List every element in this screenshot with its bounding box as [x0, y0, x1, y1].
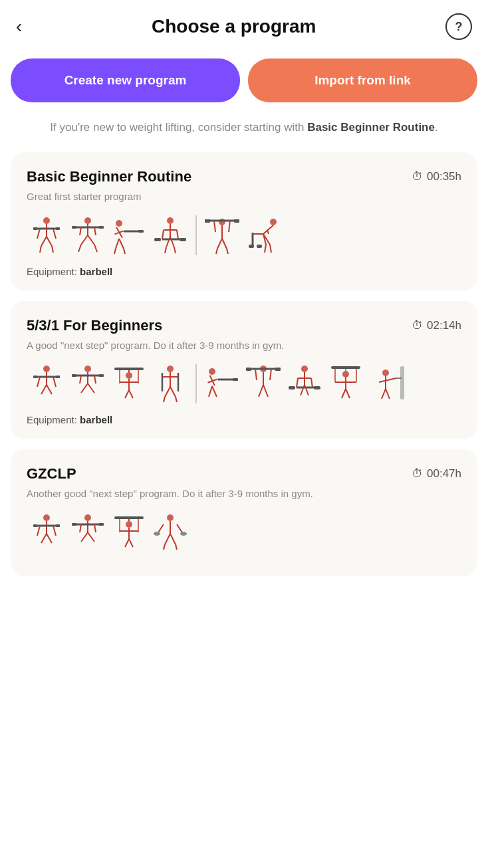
svg-line-150 — [53, 526, 56, 536]
svg-line-149 — [37, 526, 40, 536]
svg-line-135 — [342, 389, 346, 398]
svg-line-152 — [47, 534, 52, 543]
program-card-bbr[interactable]: Basic Beginner Routine ⏱ 00:35h Great fi… — [11, 152, 477, 290]
svg-rect-58 — [249, 245, 254, 248]
svg-line-170 — [129, 539, 133, 547]
card-title-531: 5/3/1 For Beginners — [27, 317, 162, 334]
svg-rect-78 — [99, 374, 104, 377]
card-title-bbr: Basic Beginner Routine — [27, 168, 191, 185]
help-button[interactable]: ? — [445, 13, 472, 40]
svg-line-7 — [41, 237, 47, 246]
page-title: Choose a program — [22, 16, 445, 37]
exercise-figure-2 — [68, 215, 108, 255]
svg-rect-26 — [138, 230, 144, 233]
exercise-figure-531-5 — [202, 364, 242, 403]
svg-point-144 — [43, 514, 50, 521]
svg-line-51 — [222, 239, 227, 249]
svg-rect-3 — [33, 227, 37, 230]
import-link-button[interactable]: Import from link — [248, 58, 477, 102]
svg-point-153 — [84, 514, 91, 521]
svg-point-138 — [382, 370, 389, 376]
exercise-images-gzclp — [27, 512, 461, 552]
exercise-group-right-531 — [202, 364, 407, 403]
program-card-gzclp[interactable]: GZCLP ⏱ 00:47h Another good "next step" … — [11, 449, 477, 576]
svg-line-19 — [88, 235, 94, 245]
svg-point-31 — [167, 217, 174, 224]
svg-rect-4 — [56, 227, 60, 230]
svg-rect-162 — [114, 516, 144, 519]
clock-icon-bbr: ⏱ — [412, 170, 423, 183]
svg-rect-111 — [246, 368, 251, 371]
svg-point-11 — [84, 217, 91, 224]
svg-line-177 — [165, 534, 170, 544]
program-card-531[interactable]: 5/3/1 For Beginners ⏱ 02:14h A good "nex… — [11, 301, 477, 439]
card-duration-gzclp: ⏱ 00:47h — [412, 467, 461, 481]
svg-point-22 — [116, 220, 122, 227]
svg-line-70 — [37, 377, 40, 387]
svg-line-106 — [209, 386, 212, 397]
svg-line-9 — [40, 246, 41, 253]
svg-rect-59 — [257, 245, 262, 248]
svg-rect-46 — [205, 219, 210, 223]
exercise-figure-1 — [27, 215, 66, 255]
svg-point-117 — [301, 366, 308, 372]
svg-line-116 — [263, 385, 268, 397]
svg-line-63 — [265, 245, 266, 253]
svg-point-74 — [84, 366, 91, 372]
svg-line-143 — [386, 389, 390, 399]
svg-point-175 — [154, 532, 160, 536]
exercise-figure-gzclp-3 — [109, 512, 149, 552]
exercise-group-left-531 — [27, 364, 190, 403]
svg-line-42 — [174, 247, 176, 253]
svg-line-91 — [129, 390, 133, 398]
card-subtitle-531: A good "next step" program. Do it after … — [27, 338, 461, 354]
svg-line-100 — [176, 397, 177, 402]
svg-line-82 — [88, 383, 94, 393]
exercise-figure-531-6 — [243, 364, 283, 403]
exercise-figure-531-2 — [68, 364, 108, 403]
exercise-divider-531 — [195, 364, 197, 403]
svg-line-17 — [94, 227, 96, 235]
svg-line-21 — [94, 245, 97, 252]
card-header-gzclp: GZCLP ⏱ 00:47h — [27, 465, 461, 483]
svg-rect-148 — [56, 524, 60, 527]
svg-line-50 — [217, 239, 222, 249]
create-program-button[interactable]: Create new program — [11, 58, 240, 102]
intro-text-part1: If you're new to weight lifting, conside… — [50, 121, 307, 134]
back-button[interactable]: ‹ — [16, 17, 22, 36]
exercise-images-bbr — [27, 215, 461, 255]
card-title-gzclp: GZCLP — [27, 465, 76, 483]
action-buttons: Create new program Import from link — [0, 51, 488, 116]
svg-line-41 — [165, 247, 166, 253]
card-subtitle-gzclp: Another good "next step" program. Do it … — [27, 487, 461, 502]
exercise-images-531 — [27, 364, 461, 403]
svg-point-163 — [126, 521, 132, 528]
exercise-figure-531-3 — [109, 364, 149, 403]
exercise-group-right-bbr — [202, 215, 283, 255]
svg-line-80 — [94, 376, 96, 383]
card-subtitle-bbr: Great first starter program — [27, 189, 461, 205]
svg-line-90 — [125, 390, 129, 398]
svg-line-8 — [47, 237, 52, 246]
exercise-figure-531-8 — [326, 364, 366, 403]
svg-line-115 — [259, 385, 263, 397]
svg-point-0 — [43, 217, 50, 224]
svg-line-113 — [255, 369, 257, 380]
svg-rect-83 — [114, 368, 144, 370]
svg-line-98 — [170, 387, 176, 397]
svg-line-29 — [114, 249, 116, 254]
svg-line-121 — [311, 378, 312, 387]
svg-line-180 — [176, 544, 177, 550]
svg-line-18 — [81, 235, 88, 245]
svg-line-28 — [119, 239, 124, 249]
svg-line-20 — [78, 245, 81, 252]
svg-rect-156 — [72, 523, 76, 526]
svg-rect-127 — [331, 366, 360, 369]
svg-line-49 — [229, 221, 230, 232]
svg-rect-38 — [180, 238, 186, 241]
svg-point-176 — [180, 532, 187, 536]
svg-line-39 — [166, 237, 170, 247]
svg-line-10 — [52, 246, 53, 253]
svg-line-16 — [80, 227, 81, 235]
intro-text-part2: . — [435, 121, 438, 134]
